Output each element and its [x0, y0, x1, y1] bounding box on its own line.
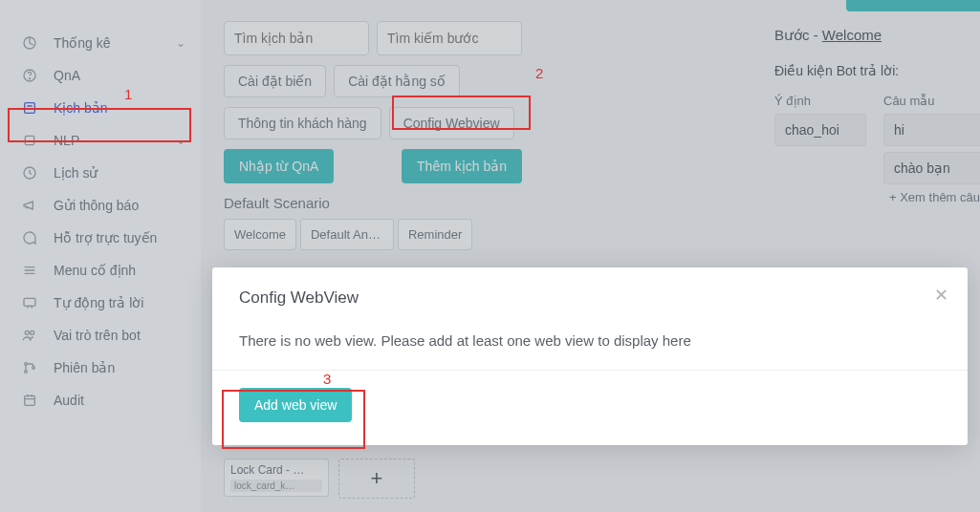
close-icon[interactable]: ✕ — [934, 285, 948, 306]
config-webview-modal: Config WebView ✕ There is no web view. P… — [212, 267, 968, 445]
modal-message: There is no web view. Please add at leas… — [239, 332, 941, 349]
modal-title: Config WebView — [239, 288, 941, 308]
add-web-view-button[interactable]: Add web view — [239, 388, 352, 422]
modal-separator — [212, 370, 968, 371]
